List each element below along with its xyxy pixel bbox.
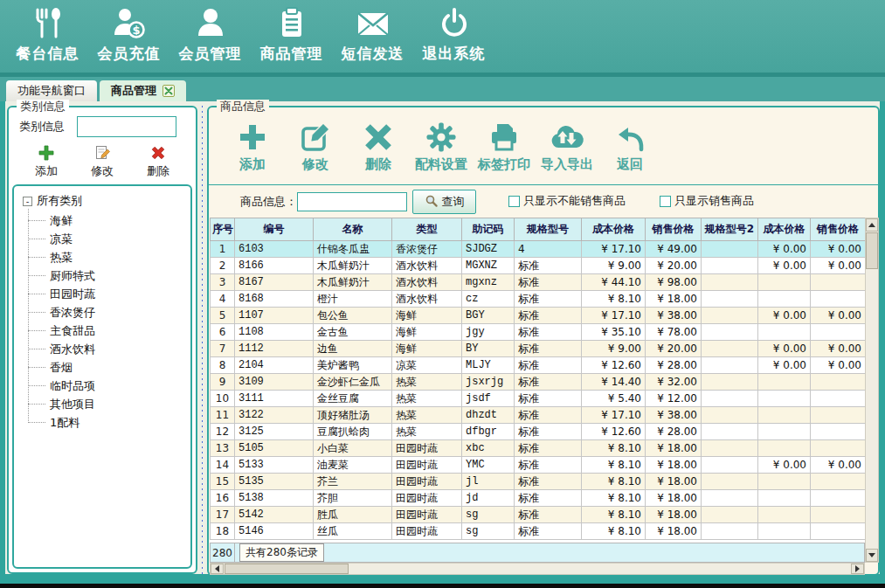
panel-splitter[interactable] xyxy=(199,106,205,574)
vertical-scrollbar[interactable] xyxy=(865,218,879,563)
row-number-cell: 17 xyxy=(211,507,235,523)
app-window: 餐台信息$会员充值会员管理商品管理短信发送退出系统 功能导航窗口商品管理 类别信… xyxy=(0,0,885,588)
table-row[interactable]: 103111金丝豆腐热菜jsdf标准¥ 5.40¥ 12.00 xyxy=(211,391,866,407)
column-header[interactable]: 成本价格 xyxy=(582,218,646,241)
checkbox-show-unsellable[interactable]: 只显示不能销售商品 xyxy=(508,193,626,209)
tree-root[interactable]: - 所有类别 xyxy=(23,193,190,209)
tree-item[interactable]: 其他项目 xyxy=(50,395,190,413)
horizontal-scroll-thumb[interactable] xyxy=(225,564,349,574)
tab-nav-window[interactable]: 功能导航窗口 xyxy=(6,80,97,101)
table-row[interactable]: 165138芥胆田园时蔬jd标准¥ 8.10¥ 18.00 xyxy=(211,490,866,507)
checkbox-show-sellable[interactable]: 只显示销售商品 xyxy=(660,193,754,209)
table-cell: mgxnz xyxy=(462,274,515,291)
toolbar-add-button[interactable]: 添加 xyxy=(221,114,284,183)
column-header[interactable]: 助记码 xyxy=(462,218,515,241)
table-row[interactable]: 71112边鱼海鲜BY标准¥ 9.00¥ 20.00¥ 0.00¥ 0.00 xyxy=(211,341,866,357)
column-header[interactable]: 成本价格 xyxy=(758,218,811,241)
tree-item[interactable]: 热菜 xyxy=(50,248,190,266)
table-row[interactable]: 61108金古鱼海鲜jgy标准¥ 35.10¥ 78.00 xyxy=(211,324,866,341)
category-modify-button[interactable]: 修改 xyxy=(79,144,126,179)
scroll-left-button[interactable] xyxy=(211,564,224,574)
table-cell: 标准 xyxy=(515,407,582,424)
column-header[interactable]: 编号 xyxy=(235,218,314,241)
table-row[interactable]: 48168橙汁酒水饮料cz标准¥ 8.10¥ 18.00 xyxy=(211,291,866,308)
scroll-right-button[interactable] xyxy=(851,564,864,574)
table-row[interactable]: 51107包公鱼海鲜BGY标准¥ 17.10¥ 38.00¥ 0.00¥ 0.0… xyxy=(211,308,866,324)
table-cell: MLJY xyxy=(462,357,515,374)
checkbox-box[interactable] xyxy=(508,196,520,207)
tab-close-icon[interactable] xyxy=(162,85,175,97)
table-cell: 酒水饮料 xyxy=(392,291,462,308)
table-cell: ¥ 18.00 xyxy=(646,523,702,540)
tree-item[interactable]: 香浓煲仔 xyxy=(50,303,190,322)
menu-item-member-manage[interactable]: 会员管理 xyxy=(169,0,251,70)
table-row[interactable]: 175142胜瓜田园时蔬sg标准¥ 8.10¥ 18.00 xyxy=(211,507,866,523)
tab-product-manage[interactable]: 商品管理 xyxy=(100,80,186,101)
toolbar-button-label: 返回 xyxy=(617,156,643,173)
table-row[interactable]: 82104美炉酱鸭凉菜MLJY标准¥ 12.60¥ 28.00¥ 0.00¥ 0… xyxy=(211,357,866,374)
tree-item[interactable]: 酒水饮料 xyxy=(50,340,190,358)
add-icon-small xyxy=(38,144,54,162)
tree-item[interactable]: 厨师特式 xyxy=(50,266,190,285)
menu-item-table-info[interactable]: 餐台信息 xyxy=(7,0,88,70)
tree-item[interactable]: 临时品项 xyxy=(50,377,190,395)
column-header[interactable]: 规格型号2 xyxy=(702,218,758,241)
checkbox-box[interactable] xyxy=(660,196,671,207)
table-row[interactable]: 16103什锦冬瓜盅香浓煲仔SJDGZ4¥ 17.10¥ 49.00¥ 0.00… xyxy=(211,241,866,258)
table-row[interactable]: 113122顶好猪肚汤热菜dhzdt标准¥ 17.10¥ 38.00 xyxy=(211,407,866,424)
column-header[interactable]: 类型 xyxy=(392,218,462,241)
table-row[interactable]: 38167木瓜鲜奶汁酒水饮料mgxnz标准¥ 44.10¥ 98.00 xyxy=(211,274,866,291)
table-cell: sg xyxy=(462,507,515,523)
tree-item[interactable]: 主食甜品 xyxy=(50,322,190,340)
column-header[interactable]: 销售价格 xyxy=(646,218,702,241)
tree-item[interactable]: 田园时蔬 xyxy=(50,285,190,303)
menu-item-exit-system[interactable]: 退出系统 xyxy=(413,0,494,70)
column-header[interactable]: 序号 xyxy=(211,218,235,241)
table-cell: 标准 xyxy=(515,324,582,341)
tree-item[interactable]: 1配料 xyxy=(50,413,190,432)
tree-collapse-icon[interactable]: - xyxy=(23,197,32,206)
table-row[interactable]: 145133油麦菜田园时蔬YMC标准¥ 8.10¥ 18.00¥ 0.00¥ 0… xyxy=(211,457,866,474)
table-cell: cz xyxy=(462,291,515,308)
menu-item-sms-send[interactable]: 短信发送 xyxy=(332,0,413,70)
tree-item[interactable]: 香烟 xyxy=(50,358,190,377)
product-group-title: 商品信息 xyxy=(217,100,269,113)
table-cell: 标准 xyxy=(515,457,582,474)
category-input[interactable] xyxy=(77,116,176,137)
scroll-up-button[interactable] xyxy=(866,218,878,232)
category-delete-button[interactable]: 删除 xyxy=(135,144,182,179)
column-header[interactable]: 销售价格 xyxy=(811,218,866,241)
category-add-button[interactable]: 添加 xyxy=(23,144,70,179)
menu-item-member-recharge[interactable]: $会员充值 xyxy=(88,0,169,70)
toolbar-ingredient-setting-button[interactable]: 配料设置 xyxy=(410,114,473,183)
tree-item[interactable]: 凉菜 xyxy=(50,230,190,248)
category-field-label: 类别信息 xyxy=(19,119,65,135)
search-input[interactable] xyxy=(297,192,407,211)
table-cell: 芥胆 xyxy=(314,490,392,507)
toolbar-return-button[interactable]: 返回 xyxy=(598,114,661,183)
horizontal-scrollbar[interactable] xyxy=(210,563,865,575)
table-cell: 美炉酱鸭 xyxy=(314,357,392,374)
tree-item[interactable]: 海鲜 xyxy=(50,211,190,230)
menu-item-product-manage[interactable]: 商品管理 xyxy=(251,0,332,70)
table-row[interactable]: 135105小白菜田园时蔬xbc标准¥ 8.10¥ 18.00 xyxy=(211,440,866,457)
table-cell: ¥ 8.10 xyxy=(582,523,646,540)
column-header[interactable]: 名称 xyxy=(314,218,392,241)
toolbar-delete-button[interactable]: 删除 xyxy=(347,114,410,183)
table-cell: 海鲜 xyxy=(392,308,462,324)
table-cell: 标准 xyxy=(515,523,582,540)
toolbar-label-print-button[interactable]: 标签打印 xyxy=(473,114,536,183)
table-row[interactable]: 93109金沙虾仁金瓜热菜jsxrjg标准¥ 14.40¥ 32.00 xyxy=(211,374,866,391)
table-cell: ¥ 28.00 xyxy=(646,357,702,374)
toolbar-modify-button[interactable]: 修改 xyxy=(284,114,347,183)
vertical-scroll-thumb[interactable] xyxy=(866,232,878,269)
search-button[interactable]: 查询 xyxy=(412,190,476,214)
table-row[interactable]: 185146丝瓜田园时蔬sg标准¥ 8.10¥ 18.00 xyxy=(211,523,866,540)
table-row[interactable]: 123125豆腐扒蛤肉热菜dfbgr标准¥ 12.60¥ 28.00 xyxy=(211,424,866,440)
column-header[interactable]: 规格型号 xyxy=(515,218,582,241)
table-row[interactable]: 155135芥兰田园时蔬jl标准¥ 8.10¥ 18.00 xyxy=(211,474,866,490)
table-row[interactable]: 28166木瓜鲜奶汁酒水饮料MGXNZ标准¥ 9.00¥ 20.00¥ 0.00… xyxy=(211,258,866,274)
table-cell xyxy=(811,523,866,540)
toolbar-import-export-button[interactable]: 导入导出 xyxy=(536,114,598,183)
scroll-down-button[interactable] xyxy=(866,549,878,562)
